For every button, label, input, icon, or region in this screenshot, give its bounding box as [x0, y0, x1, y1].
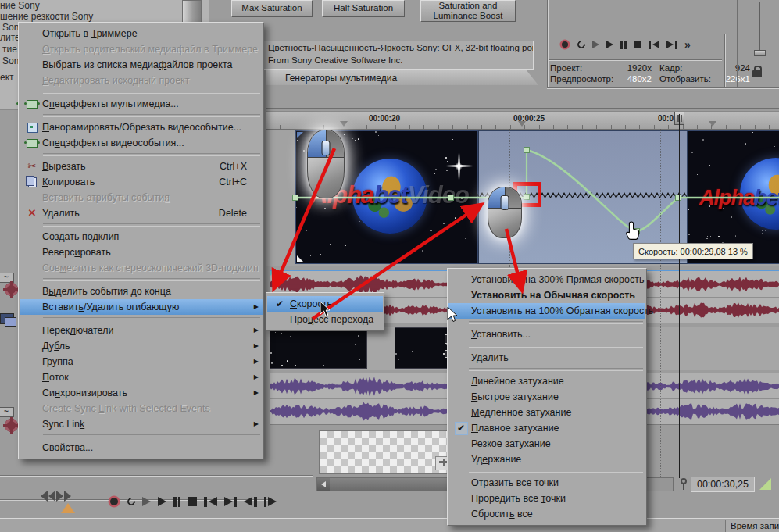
preset-button-saturation-luminance-boost[interactable]: Saturation and Luminance Boost — [420, 0, 516, 22]
video-event-3[interactable] — [270, 327, 367, 369]
play-button[interactable] — [606, 41, 613, 48]
background-text-fragment: Son — [2, 55, 19, 66]
go-to-end-button[interactable] — [666, 41, 677, 49]
ruler-marker-triangle[interactable] — [340, 121, 348, 127]
lock-icon — [752, 70, 762, 77]
preview-transport-buttons: » — [559, 39, 691, 50]
menu-item[interactable]: Переключатели▶ — [20, 323, 263, 338]
fade-handle[interactable] — [297, 132, 303, 138]
play-from-start-button[interactable] — [592, 41, 599, 48]
menu-item-label: Установить... — [471, 329, 541, 340]
rate-slider-thumb[interactable] — [61, 503, 75, 513]
menu-item[interactable]: Реверсировать — [20, 245, 263, 260]
menu-item: Редактировать исходный проект — [20, 73, 263, 88]
scroll-left-arrow[interactable] — [317, 478, 330, 491]
menu-item-label: Панорамировать/Обрезать видеособытие... — [42, 122, 252, 133]
status-text: Время запис — [725, 520, 779, 532]
menu-item[interactable]: Отразить все точки — [448, 475, 645, 491]
playback-rate-control[interactable] — [41, 491, 71, 502]
menu-item[interactable]: ✕УдалитьDelete — [20, 205, 263, 221]
ruler-marker-triangle[interactable] — [518, 121, 526, 127]
menu-item[interactable]: ✔Плавное затухание — [448, 420, 645, 436]
menu-item[interactable]: Поток▶ — [20, 370, 263, 385]
menu-item-label: Переключатели — [42, 325, 124, 336]
menu-item[interactable]: Установить... — [448, 327, 645, 342]
timeline-transport-bar — [108, 495, 277, 508]
event-corner-handle[interactable] — [297, 255, 304, 262]
plugin-icon — [27, 100, 38, 109]
background-text-fragment: тие — [2, 44, 17, 55]
stop-button[interactable] — [188, 497, 197, 506]
play-from-start-button[interactable] — [142, 497, 151, 506]
timeline-ruler[interactable]: 00:00:20 00:00:25 00:00: — [266, 111, 779, 130]
preview-zoom-slider[interactable] — [759, 2, 760, 52]
more-buttons-chevron[interactable]: » — [684, 40, 691, 49]
next-frame-button[interactable] — [264, 497, 277, 507]
event-context-menu: Открыть в ТриммереОткрыть родительский м… — [18, 22, 264, 459]
menu-item[interactable]: Свойства... — [20, 440, 263, 455]
playhead-cursor-line[interactable] — [679, 114, 680, 478]
menu-item[interactable]: Удалить — [448, 350, 645, 366]
menu-item[interactable]: Сбросить все — [448, 506, 645, 522]
menu-separator — [469, 345, 643, 348]
menu-item[interactable]: Спецэффекты видеособытия... — [20, 135, 263, 151]
loop-playback-button[interactable] — [577, 41, 585, 48]
track-fx-gear-icon[interactable] — [5, 419, 18, 432]
menu-item[interactable]: Sync Link▶ — [20, 416, 263, 432]
preset-button-half-saturation[interactable]: Half Saturation — [322, 0, 405, 17]
hand-cursor — [625, 221, 642, 241]
menu-item[interactable]: Группа▶ — [20, 354, 263, 370]
menu-item[interactable]: Установить на 100% Обратная скорость — [448, 303, 645, 319]
menu-item[interactable]: Дубль▶ — [20, 338, 263, 354]
loop-playback-button[interactable] — [127, 498, 135, 505]
menu-item[interactable]: Удержание — [448, 452, 645, 467]
menu-shortcut: Ctrl+X — [220, 161, 256, 172]
menu-item[interactable]: ✂ВырезатьCtrl+X — [20, 159, 263, 174]
menu-item[interactable]: Выделить события до конца — [20, 284, 263, 299]
go-to-end-button[interactable] — [224, 497, 238, 507]
menu-item[interactable]: Открыть в Триммере — [20, 26, 263, 41]
panel-divider — [724, 34, 726, 87]
preset-button-max-saturation[interactable]: Max Saturation — [231, 0, 313, 17]
menu-item[interactable]: Проредить все точки — [448, 491, 645, 506]
menu-item[interactable]: Панорамировать/Обрезать видеособытие... — [20, 120, 263, 135]
menu-item[interactable]: Линейное затухание — [448, 373, 645, 389]
stop-button[interactable] — [634, 41, 641, 48]
pause-button[interactable] — [620, 41, 627, 49]
ruler-marker-triangle[interactable] — [709, 121, 716, 127]
record-button[interactable] — [108, 495, 120, 508]
submenu-arrow-icon: ▶ — [254, 358, 259, 365]
timecode-display[interactable]: 00:00:30,25 — [691, 477, 755, 492]
menu-item-label: Установить на 100% Обратная скорость — [471, 305, 664, 316]
track-fx-gear-icon[interactable] — [5, 283, 18, 296]
play-button[interactable] — [158, 497, 166, 506]
menu-item-label: Create Sync Link with Selected Events — [42, 403, 221, 414]
menu-item[interactable]: Медленное затухание — [448, 405, 645, 420]
preview-zoom-slider-thumb[interactable] — [754, 50, 766, 56]
menu-item[interactable]: Спецэффекты мультимедиа... — [20, 96, 263, 112]
menu-item[interactable]: Выбрать из списка медиафайлов проекта — [20, 57, 263, 73]
menu-item[interactable]: Быстрое затухание — [448, 389, 645, 405]
menu-item[interactable]: КопироватьCtrl+C — [20, 174, 263, 190]
menu-icon-column: ✔ — [451, 420, 471, 436]
menu-item[interactable]: Резкое затухание — [448, 436, 645, 452]
black-arrow-cursor — [320, 301, 331, 317]
menu-item[interactable]: Установить на Обычная скорость — [448, 287, 645, 303]
envelope-track-icon[interactable]: ~ — [0, 407, 14, 417]
go-to-start-button[interactable] — [649, 41, 659, 49]
divider — [549, 59, 722, 61]
pause-button[interactable] — [173, 497, 180, 507]
menu-item-label: Удалить — [471, 352, 520, 363]
go-to-start-button[interactable] — [204, 497, 217, 507]
white-arrow-cursor — [447, 306, 459, 323]
previous-frame-button[interactable] — [244, 497, 257, 507]
menu-item[interactable]: Установить на 300% Прямая скорость — [448, 272, 645, 287]
track-pip-icon[interactable] — [0, 313, 14, 324]
menu-item[interactable]: Вставить/Удалить огибающую▶ — [20, 299, 263, 315]
menu-item[interactable]: Создать подклип — [20, 229, 263, 245]
scissors-icon: ✂ — [28, 159, 37, 174]
record-button[interactable] — [559, 39, 570, 50]
tab-media-generators[interactable]: Генераторы мультимедиа — [266, 70, 538, 85]
menu-item[interactable]: Синхронизировать▶ — [20, 385, 263, 401]
menu-item-label: Поток — [42, 372, 80, 383]
